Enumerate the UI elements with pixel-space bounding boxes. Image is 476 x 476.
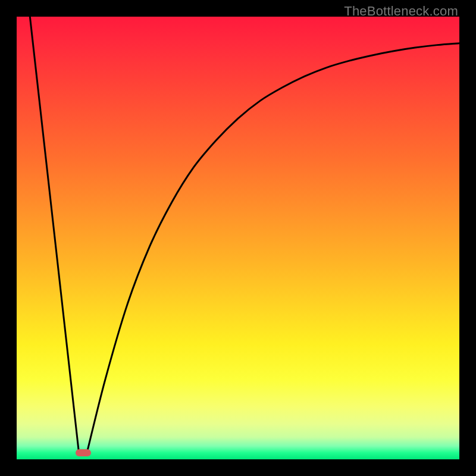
bottleneck-marker — [76, 449, 91, 456]
curve-layer — [17, 17, 459, 459]
curve-right-branch — [87, 43, 459, 450]
plot-area — [17, 17, 459, 459]
chart-frame: TheBottleneck.com — [0, 0, 476, 476]
curve-left-branch — [30, 17, 79, 450]
